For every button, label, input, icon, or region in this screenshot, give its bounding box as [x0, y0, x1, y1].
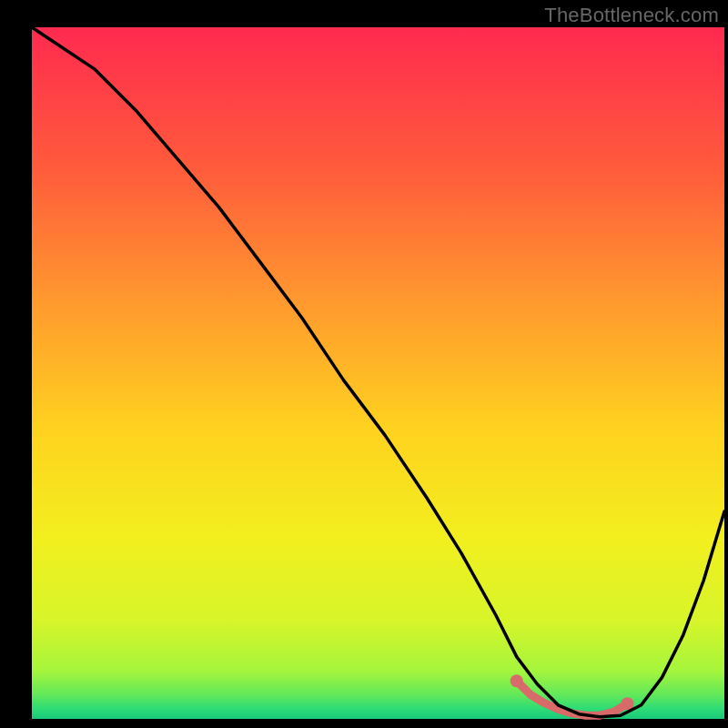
watermark-text: TheBottleneck.com [544, 4, 719, 27]
plot-canvas [0, 0, 728, 728]
trough-highlight-marker [541, 700, 548, 707]
chart-container: TheBottleneck.com [0, 0, 728, 728]
trough-highlight-marker [527, 691, 534, 698]
plot-background [32, 27, 724, 719]
trough-highlight-marker [511, 674, 523, 687]
